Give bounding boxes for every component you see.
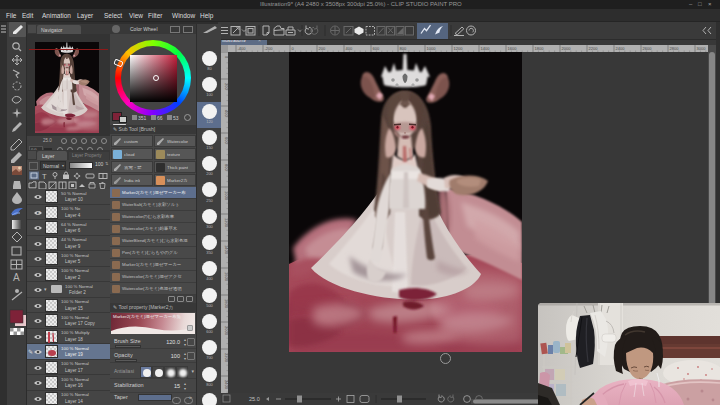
- svg-text:200: 200: [224, 83, 228, 90]
- svg-text:800: 800: [224, 164, 228, 171]
- svg-text:2200: 2200: [589, 46, 599, 51]
- svg-text:A: A: [13, 272, 20, 283]
- svg-text:1600: 1600: [508, 46, 518, 51]
- svg-text:-200: -200: [265, 46, 274, 51]
- svg-text:2400: 2400: [616, 46, 626, 51]
- svg-text:400: 400: [346, 46, 353, 51]
- svg-text:600: 600: [224, 137, 228, 144]
- svg-text:3000: 3000: [697, 46, 707, 51]
- svg-text:2600: 2600: [643, 46, 653, 51]
- svg-text:1800: 1800: [535, 46, 545, 51]
- svg-text:25.0: 25.0: [249, 396, 260, 402]
- svg-text:200: 200: [319, 46, 326, 51]
- svg-text:800: 800: [400, 46, 407, 51]
- svg-text:1200: 1200: [454, 46, 464, 51]
- svg-text:T: T: [42, 172, 47, 181]
- svg-text:400: 400: [224, 110, 228, 117]
- svg-text:2800: 2800: [670, 46, 680, 51]
- svg-text:1400: 1400: [481, 46, 491, 51]
- svg-text:-400: -400: [238, 46, 247, 51]
- svg-text:2000: 2000: [562, 46, 572, 51]
- svg-text:600: 600: [373, 46, 380, 51]
- svg-text:1000: 1000: [427, 46, 437, 51]
